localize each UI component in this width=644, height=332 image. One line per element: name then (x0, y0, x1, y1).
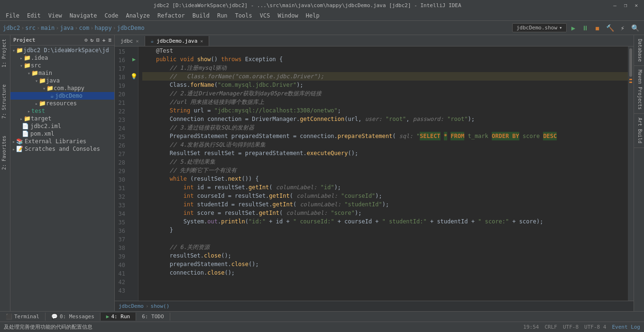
sidebar-item-structure[interactable]: 7: Structure (0, 81, 10, 122)
code-line-30: while (resultSet.next()) { (142, 175, 628, 183)
tree-item-resources[interactable]: ▸ 📁 resources (10, 100, 114, 107)
bc-java[interactable]: java (60, 25, 74, 31)
tree-item-test[interactable]: ▸ test (10, 107, 114, 115)
build-button[interactable]: 🔨 (604, 23, 616, 33)
bc-jdbc2[interactable]: jdbc2 (3, 25, 20, 31)
tree-item-jdbcdemo[interactable]: ☕ jdbcDemo (10, 92, 114, 100)
right-tab-database[interactable]: Database (634, 35, 644, 66)
menu-item-vcs[interactable]: VCS (256, 11, 274, 20)
run-config[interactable]: jdbcDemo.show ▾ (512, 23, 567, 32)
menu-item-edit[interactable]: Edit (23, 11, 45, 20)
gutter-43 (130, 286, 138, 294)
menu-item-build[interactable]: Build (189, 11, 213, 20)
expand-arrow-ext: ▸ (12, 139, 15, 144)
tree-item-target[interactable]: ▸ 📁 target (10, 115, 114, 122)
menu-item-navigate[interactable]: Navigate (66, 11, 101, 20)
run-label: 4: Run (111, 314, 130, 320)
run-button[interactable]: ▶ (570, 23, 577, 33)
sync-icon[interactable]: ↻ (91, 37, 94, 43)
maximize-button[interactable]: ❐ (622, 2, 630, 9)
breadcrumb-show[interactable]: show() (151, 303, 170, 309)
status-bar: 及处理完善使用功能的代码的配置信息 19:54 CRLF UTF-8 UTF-8… (0, 322, 644, 332)
bc-jdbcDemo[interactable]: jdbcDemo (117, 25, 145, 31)
status-left: 及处理完善使用功能的代码的配置信息 (4, 323, 92, 331)
breadcrumb-bottom: jdbcDemo › show() (115, 301, 634, 311)
tree-item-scratches[interactable]: ▸ 📝 Scratches and Consoles (10, 145, 114, 153)
gutter-42 (130, 277, 138, 286)
right-tab-maven[interactable]: Maven Projects (634, 66, 644, 114)
tab-run[interactable]: ▶ 4: Run (101, 313, 136, 321)
title-controls[interactable]: — ❐ ✕ (611, 2, 640, 9)
sidebar-item-favorites[interactable]: 2: Favorites (0, 132, 10, 174)
right-scroll-indicator[interactable] (628, 46, 634, 301)
tab-jdbc[interactable]: jdbc ✕ (115, 36, 145, 46)
tab-close-jdbcdemo[interactable]: ✕ (200, 38, 203, 44)
bc-happy[interactable]: happy (94, 25, 111, 31)
stop-button[interactable]: ◼ (593, 23, 601, 33)
tree-item-com-happy[interactable]: ▾ 📁 com.happy (10, 84, 114, 92)
menu-item-analyze[interactable]: Analyze (122, 11, 154, 20)
gutter-20 (130, 89, 138, 98)
messages-label: 0: Messages (60, 314, 94, 320)
folder-icon-main: 📁 (31, 70, 38, 76)
tree-item-pom[interactable]: 📄 pom.xml (10, 130, 114, 138)
tree-item-idea[interactable]: ▸ 📁 .idea (10, 54, 114, 62)
code-line-24: // 3.通过链接获取SQL的发射器 (142, 123, 628, 132)
menu-item-window[interactable]: Window (274, 11, 302, 20)
title-bar: jdbc2 [D:\ideaWorkSpace\jdbc2] - ...\src… (0, 0, 644, 10)
tree-item-java[interactable]: ▾ 📁 java (10, 77, 114, 84)
tab-terminal[interactable]: ⬛ Terminal (0, 313, 46, 321)
menu-item-file[interactable]: File (2, 11, 23, 20)
project-header: Project ⚙ ↻ ⊟ + ≡ (10, 35, 114, 46)
breadcrumb: jdbc2 › src › main › java › com › happy … (3, 25, 145, 31)
menu-item-code[interactable]: Code (101, 11, 122, 20)
tab-todo[interactable]: 6: TODO (136, 313, 170, 321)
tab-jdbcdemo[interactable]: ☕ jdbcDemo.java ✕ (145, 36, 210, 46)
code-line-15: @Test (142, 46, 628, 55)
xml-icon: 📄 (22, 130, 29, 137)
event-log[interactable]: Event Log (612, 324, 640, 330)
close-button[interactable]: ✕ (632, 2, 640, 9)
tree-item-src[interactable]: ▾ 📁 src (10, 62, 114, 69)
right-sidebar-tabs: Database Maven Projects Art Build (634, 35, 644, 311)
code-line-42 (142, 277, 628, 286)
tab-messages[interactable]: 💬 0: Messages (46, 313, 101, 321)
left-sidebar-tabs: 1: Project 7: Structure 2: Favorites (0, 35, 10, 311)
status-encoding: CRLF (544, 324, 557, 330)
search-icon[interactable]: 🔍 (629, 23, 641, 33)
bc-main[interactable]: main (41, 25, 55, 31)
minimize-button[interactable]: — (611, 2, 619, 9)
menu-item-tools[interactable]: Tools (231, 11, 256, 20)
code-line-38: // 6.关闭资源 (142, 243, 628, 251)
breadcrumb-jdbcDemo[interactable]: jdbcDemo (119, 303, 144, 309)
tree-label-iml: jdbc2.iml (30, 123, 61, 129)
tree-item-iml[interactable]: 📄 jdbc2.iml (10, 122, 114, 130)
code-line-39: resultSet.close(); (142, 251, 628, 260)
sidebar-item-project[interactable]: 1: Project (0, 35, 10, 71)
code-area[interactable]: @Test public void show() throws Exceptio… (138, 46, 628, 301)
coverage-button[interactable]: ⚡ (619, 23, 626, 33)
gutter-16[interactable]: ▶ (130, 55, 138, 64)
code-line-33: int studentId = resultSet.getInt( column… (142, 200, 628, 209)
menu-item-help[interactable]: Help (302, 11, 323, 20)
debug-button[interactable]: ⏸ (580, 23, 590, 33)
settings-icon[interactable]: ≡ (108, 37, 111, 43)
tree-label-jdbcdemo: jdbcDemo (55, 92, 83, 99)
menu-item-view[interactable]: View (45, 11, 66, 20)
tree-item-ext-libs[interactable]: ▸ 📚 External Libraries (10, 138, 114, 145)
right-tab-artbuild[interactable]: Art Build (634, 114, 644, 148)
expand-icon[interactable]: + (102, 37, 106, 43)
tree-item-main[interactable]: ▾ 📁 main (10, 69, 114, 77)
tree-item-jdbc2[interactable]: ▾ 📁 jdbc2 D:\ideaWorkSpace\jd (10, 46, 114, 54)
bc-src[interactable]: src (25, 25, 36, 31)
menu-item-refactor[interactable]: Refactor (154, 11, 189, 20)
code-line-43 (142, 286, 628, 294)
bc-com[interactable]: com (79, 25, 90, 31)
line-numbers: 15 16 17 18 19 20 21 22 23 24 25 26 27 2… (115, 46, 130, 301)
menu-item-run[interactable]: Run (213, 11, 231, 20)
collapse-icon[interactable]: ⊟ (96, 37, 100, 43)
tab-close-jdbc[interactable]: ✕ (136, 38, 139, 44)
run-config-label: jdbcDemo.show (516, 25, 557, 31)
chevron-down-icon[interactable]: ▾ (559, 25, 562, 31)
gear-icon[interactable]: ⚙ (84, 37, 88, 43)
